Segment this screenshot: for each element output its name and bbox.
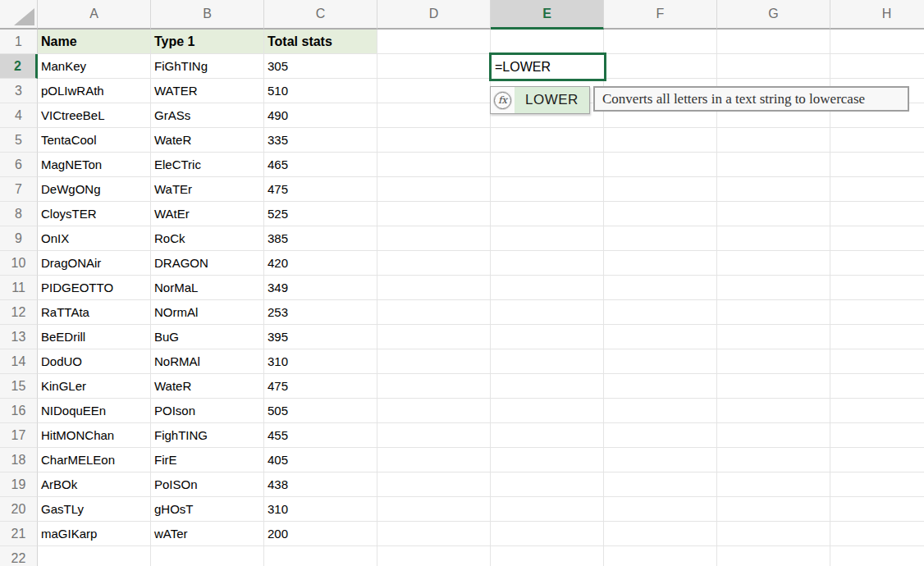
cell-C1[interactable]: Total stats <box>264 30 377 54</box>
cell-C15[interactable]: 475 <box>264 374 377 399</box>
cell-B15[interactable]: WateR <box>151 374 264 399</box>
cell-F2[interactable] <box>604 54 717 79</box>
cell-F7[interactable] <box>604 177 717 202</box>
cell-D20[interactable] <box>377 497 491 522</box>
cell-A10[interactable]: DragONAir <box>38 251 151 276</box>
cell-H19[interactable] <box>830 472 924 497</box>
cell-E8[interactable] <box>491 202 604 226</box>
cell-G14[interactable] <box>717 349 830 374</box>
cell-D16[interactable] <box>377 399 491 423</box>
cell-F17[interactable] <box>604 423 717 448</box>
cell-B14[interactable]: NoRMAl <box>151 349 264 374</box>
column-header-H[interactable]: H <box>830 0 924 30</box>
cell-D4[interactable] <box>377 103 491 128</box>
cell-C6[interactable]: 465 <box>264 153 377 177</box>
cell-A8[interactable]: CloysTER <box>38 202 151 226</box>
row-header-2[interactable]: 2 <box>0 54 38 79</box>
cell-C9[interactable]: 385 <box>264 226 377 251</box>
cell-G18[interactable] <box>717 448 830 472</box>
cell-C22[interactable] <box>264 546 377 566</box>
cell-E17[interactable] <box>491 423 604 448</box>
cell-C16[interactable]: 505 <box>264 399 377 423</box>
cell-D7[interactable] <box>377 177 491 202</box>
cell-C14[interactable]: 310 <box>264 349 377 374</box>
cell-E16[interactable] <box>491 399 604 423</box>
column-header-B[interactable]: B <box>151 0 264 30</box>
cell-E15[interactable] <box>491 374 604 399</box>
cell-D18[interactable] <box>377 448 491 472</box>
cell-G15[interactable] <box>717 374 830 399</box>
row-header-16[interactable]: 16 <box>0 399 38 423</box>
column-header-G[interactable]: G <box>717 0 830 30</box>
cell-B17[interactable]: FighTING <box>151 423 264 448</box>
cell-D6[interactable] <box>377 153 491 177</box>
cell-H1[interactable] <box>830 30 924 54</box>
cell-H15[interactable] <box>830 374 924 399</box>
cell-G8[interactable] <box>717 202 830 226</box>
cell-E22[interactable] <box>491 546 604 566</box>
cell-G12[interactable] <box>717 300 830 325</box>
cell-C10[interactable]: 420 <box>264 251 377 276</box>
row-header-12[interactable]: 12 <box>0 300 38 325</box>
cell-F6[interactable] <box>604 153 717 177</box>
cell-H6[interactable] <box>830 153 924 177</box>
cell-H12[interactable] <box>830 300 924 325</box>
cell-F5[interactable] <box>604 128 717 153</box>
cell-A21[interactable]: maGIKarp <box>38 522 151 546</box>
cell-D2[interactable] <box>377 54 491 79</box>
cell-A1[interactable]: Name <box>38 30 151 54</box>
cell-F20[interactable] <box>604 497 717 522</box>
cell-D3[interactable] <box>377 79 491 103</box>
cell-E13[interactable] <box>491 325 604 349</box>
cell-A3[interactable]: pOLIwRAth <box>38 79 151 103</box>
cell-G16[interactable] <box>717 399 830 423</box>
column-header-A[interactable]: A <box>38 0 151 30</box>
cell-H5[interactable] <box>830 128 924 153</box>
row-header-11[interactable]: 11 <box>0 276 38 300</box>
cell-A20[interactable]: GasTLy <box>38 497 151 522</box>
cell-E6[interactable] <box>491 153 604 177</box>
cell-B22[interactable] <box>151 546 264 566</box>
cell-D13[interactable] <box>377 325 491 349</box>
cell-C12[interactable]: 253 <box>264 300 377 325</box>
cell-E11[interactable] <box>491 276 604 300</box>
cell-F14[interactable] <box>604 349 717 374</box>
cell-B7[interactable]: WaTEr <box>151 177 264 202</box>
cell-B3[interactable]: WATER <box>151 79 264 103</box>
cell-A22[interactable] <box>38 546 151 566</box>
cell-C8[interactable]: 525 <box>264 202 377 226</box>
row-header-8[interactable]: 8 <box>0 202 38 226</box>
cell-D5[interactable] <box>377 128 491 153</box>
cell-D19[interactable] <box>377 472 491 497</box>
cell-H11[interactable] <box>830 276 924 300</box>
cell-B1[interactable]: Type 1 <box>151 30 264 54</box>
cell-H17[interactable] <box>830 423 924 448</box>
cell-B16[interactable]: POIson <box>151 399 264 423</box>
cell-F16[interactable] <box>604 399 717 423</box>
cell-C7[interactable]: 475 <box>264 177 377 202</box>
cell-D17[interactable] <box>377 423 491 448</box>
cell-B20[interactable]: gHOsT <box>151 497 264 522</box>
cell-E5[interactable] <box>491 128 604 153</box>
cell-D10[interactable] <box>377 251 491 276</box>
cell-E21[interactable] <box>491 522 604 546</box>
cell-A4[interactable]: VICtreeBeL <box>38 103 151 128</box>
cell-D1[interactable] <box>377 30 491 54</box>
cell-H21[interactable] <box>830 522 924 546</box>
cell-F9[interactable] <box>604 226 717 251</box>
cell-E14[interactable] <box>491 349 604 374</box>
cell-F22[interactable] <box>604 546 717 566</box>
cell-H13[interactable] <box>830 325 924 349</box>
cell-E19[interactable] <box>491 472 604 497</box>
cell-E10[interactable] <box>491 251 604 276</box>
cell-A5[interactable]: TentaCool <box>38 128 151 153</box>
row-header-22[interactable]: 22 <box>0 546 38 566</box>
cell-B4[interactable]: GrASs <box>151 103 264 128</box>
cell-F19[interactable] <box>604 472 717 497</box>
row-header-15[interactable]: 15 <box>0 374 38 399</box>
cell-F12[interactable] <box>604 300 717 325</box>
cell-A14[interactable]: DodUO <box>38 349 151 374</box>
cell-E12[interactable] <box>491 300 604 325</box>
cell-D9[interactable] <box>377 226 491 251</box>
cell-G2[interactable] <box>717 54 830 79</box>
